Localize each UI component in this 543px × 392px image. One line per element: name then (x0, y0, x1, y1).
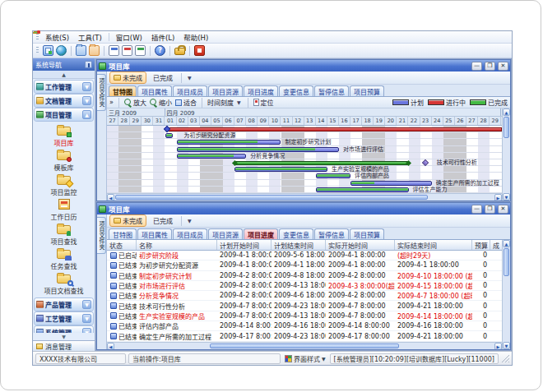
gantt-bar-task[interactable] (234, 167, 327, 172)
nav-project-library[interactable]: 项目库 (35, 123, 93, 148)
zoom-out-button[interactable]: 缩小 (150, 98, 172, 107)
table-row[interactable]: 已结束评估内部产品2009-4-14 8:00:002009-4-16 18:0… (107, 321, 502, 331)
filter-finished[interactable]: 已完成 (149, 214, 177, 227)
column-header-6[interactable]: 实际结束时间 (395, 240, 472, 250)
scroll-up-icon[interactable]: ▲ (503, 240, 510, 247)
column-header-8[interactable]: 成 (490, 240, 502, 250)
table-row[interactable]: 已结束确定生产所需的加工过程2009-4-17 8:00:002009-4-23… (107, 331, 502, 341)
gantt-bar-task[interactable] (177, 154, 247, 159)
chevron-down-icon[interactable]: ▼ (82, 96, 91, 105)
scroll-right-icon[interactable]: ▶ (494, 194, 502, 201)
tab-pause-info[interactable]: 暂停信息 (314, 85, 349, 96)
gantt-bar-task[interactable] (316, 173, 350, 178)
tab-change-info[interactable]: 变更信息 (279, 228, 313, 239)
close-button[interactable]: ✕ (498, 205, 508, 214)
menu-plugins[interactable]: 插件(L) (147, 31, 179, 43)
sidebar-collapse-button[interactable]: ▲ (33, 71, 95, 79)
scroll-left-icon[interactable]: ◀ (107, 343, 114, 349)
pin-icon[interactable] (85, 61, 92, 68)
group-work-management[interactable]: 工作管理▼ (35, 81, 93, 93)
tab-message-management[interactable]: 消息管理 (33, 340, 95, 351)
interface-style-dropdown[interactable]: 界面样式 ▼ (283, 354, 327, 363)
filter-unfinished[interactable]: 未完成 (109, 214, 146, 227)
group-craft-management[interactable]: 工艺管理▼ (35, 312, 93, 325)
sidebar-overflow-button[interactable]: ▼ (33, 333, 95, 340)
table-row[interactable]: 已结束制定初步研究计划2009-4-2 8:00:002009-4-8 18:0… (107, 271, 502, 281)
menu-system[interactable]: 系统(S) (41, 31, 73, 43)
report-green-icon[interactable] (135, 45, 146, 56)
folder-closed-icon[interactable] (76, 45, 86, 56)
tab-gantt[interactable]: 甘特图 (109, 85, 137, 96)
report-red-icon[interactable] (122, 45, 132, 56)
scroll-down-icon[interactable]: ▼ (503, 193, 510, 201)
maximize-button[interactable]: ❐ (485, 62, 495, 71)
gantt-vertical-scrollbar[interactable]: ▲ ▼ (502, 108, 510, 201)
scroll-thumb[interactable] (504, 117, 509, 138)
scroll-track[interactable] (503, 139, 510, 193)
chevron-down-icon[interactable]: ▼ (82, 314, 91, 323)
tab-change-info[interactable]: 变更信息 (279, 85, 313, 96)
chevron-down-icon[interactable]: ▼ (82, 300, 91, 309)
minimize-button[interactable]: — (471, 62, 482, 71)
gantt-bar-task[interactable] (177, 140, 281, 145)
tab-project-members[interactable]: 项目成员 (173, 85, 207, 96)
table-row[interactable]: 已启动初步研究阶段2009-4-1 8:00:002009-5-6 18:00:… (107, 251, 502, 261)
timescale-dropdown[interactable]: 时间刻度▼ (207, 98, 243, 107)
tab-project-members[interactable]: 项目成员 (173, 228, 207, 239)
scroll-right-icon[interactable]: ▶ (494, 343, 502, 349)
exit-icon[interactable] (194, 45, 205, 56)
table-row[interactable]: 已结束为初步研究分配资源2009-4-1 8:00:002009-4-1 18:… (107, 261, 502, 270)
scroll-thumb[interactable] (504, 248, 509, 276)
tab-project-folder[interactable]: 项目文件夹 (97, 74, 106, 111)
gantt-horizontal-scrollbar[interactable]: ◀ ▶ (107, 193, 502, 201)
tab-project-budget[interactable]: 项目预算 (350, 228, 384, 239)
gantt-bar-task[interactable] (165, 133, 173, 138)
menu-tools[interactable]: 工具(T) (74, 31, 106, 43)
report-blue-icon[interactable] (109, 45, 119, 56)
gantt-bar-inprogress[interactable] (165, 127, 503, 131)
tab-pause-info[interactable]: 暂停信息 (314, 228, 349, 239)
group-project-management[interactable]: 项目管理▲ (35, 108, 93, 121)
scroll-thumb[interactable] (115, 195, 428, 200)
table-row[interactable]: 已结束分析竞争情况2009-4-2 8:00:002009-4-6 18:00:… (107, 291, 502, 301)
nav-project-search[interactable]: 项目查找 (35, 222, 93, 247)
zoom-in-button[interactable]: 放大 (124, 98, 146, 107)
lock-icon[interactable] (174, 48, 185, 55)
scroll-track[interactable] (429, 194, 494, 201)
scroll-thumb[interactable] (210, 344, 399, 348)
tab-project-budget[interactable]: 项目预算 (350, 85, 384, 96)
tab-project-resources[interactable]: 项目资源 (208, 85, 243, 96)
monitor-icon[interactable] (43, 45, 53, 56)
nav-project-monitor[interactable]: 项目监控 (35, 173, 93, 197)
nav-project-doc-search[interactable]: 项目文档查找 (35, 271, 93, 296)
menu-help[interactable]: 帮助(H) (179, 31, 212, 43)
menu-window[interactable]: 窗口(W) (112, 31, 146, 43)
column-header-4[interactable]: 计划结束时间 (272, 240, 326, 250)
scroll-track[interactable] (114, 343, 209, 349)
scroll-down-icon[interactable]: ▼ (503, 342, 510, 349)
filter-overflow-icon[interactable]: ▼ (186, 75, 193, 81)
chevron-up-icon[interactable]: ▲ (82, 110, 91, 119)
globe-icon[interactable] (56, 45, 67, 56)
nav-work-calendar[interactable]: 工作日历 (35, 197, 93, 222)
filter-overflow-icon[interactable]: ▼ (186, 218, 193, 224)
gantt-bar-summary[interactable] (234, 161, 409, 165)
tab-project-properties[interactable]: 项目属性 (137, 85, 172, 96)
tab-project-resources[interactable]: 项目资源 (208, 228, 243, 239)
gantt-bar-task[interactable] (350, 181, 432, 186)
filter-unfinished[interactable]: 未完成 (109, 71, 146, 84)
column-header-2[interactable]: 名称 (137, 240, 217, 250)
nav-template-library[interactable]: 模板库 (35, 148, 93, 173)
minimize-button[interactable]: — (471, 205, 482, 214)
column-header-7[interactable]: 预算 (472, 240, 490, 250)
tab-gantt[interactable]: 甘特图 (109, 228, 137, 239)
filter-finished[interactable]: 已完成 (149, 71, 177, 84)
table-row[interactable]: 已结束生产实验室规模的产品2009-4-7 8:00:002009-4-13 1… (107, 311, 502, 321)
group-document-management[interactable]: 文档管理▼ (35, 95, 93, 107)
group-product-management[interactable]: 产品管理▼ (35, 298, 93, 311)
nav-task-search[interactable]: 任务查找 (35, 247, 93, 271)
maximize-button[interactable]: ❐ (485, 205, 495, 214)
scroll-up-icon[interactable]: ▲ (503, 108, 510, 116)
scroll-left-icon[interactable]: ◀ (107, 194, 114, 201)
table-vertical-scrollbar[interactable]: ▲ ▼ (502, 240, 510, 349)
